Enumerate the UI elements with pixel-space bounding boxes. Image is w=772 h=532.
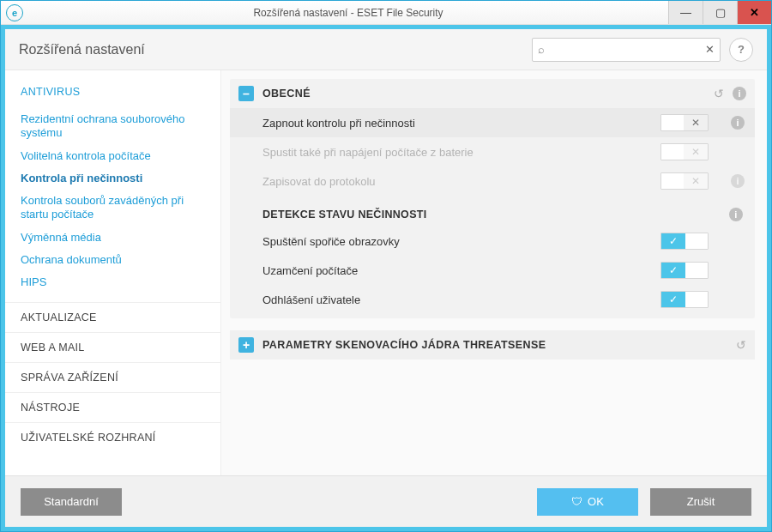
ok-button[interactable]: 🛡 OK [537, 488, 638, 516]
sidebar-section-update[interactable]: AKTUALIZACE [5, 302, 220, 332]
info-icon[interactable]: i [733, 87, 746, 100]
panel-threatsense: + PARAMETRY SKENOVACÍHO JÁDRA THREATSENS… [230, 330, 755, 360]
undo-icon[interactable]: ↺ [736, 338, 746, 352]
window-buttons: — ▢ ✕ [668, 1, 771, 24]
sidebar-item-documents[interactable]: Ochrana dokumentů [5, 249, 220, 271]
sidebar-item-startup[interactable]: Kontrola souborů zaváděných při startu p… [5, 190, 220, 227]
titlebar: e Rozšířená nastavení - ESET File Securi… [1, 1, 771, 25]
toggle-logout[interactable]: ✓ [660, 291, 709, 308]
subheader-idle-detection: DETEKCE STAVU NEČINNOSTI i [230, 196, 755, 227]
default-button[interactable]: Standardní [21, 488, 122, 516]
clear-search-icon[interactable]: ✕ [705, 43, 715, 56]
sidebar-subitems: Rezidentní ochrana souborového systému V… [5, 106, 220, 302]
panel-general-title: OBECNÉ [262, 88, 705, 100]
cancel-button[interactable]: Zrušit [650, 488, 751, 516]
sidebar-section-webmail[interactable]: WEB A MAIL [5, 332, 220, 362]
row-log: Zapisovat do protokolu ✕ i [230, 166, 755, 196]
toggle-enable-idle-scan[interactable]: ✕ [660, 114, 709, 131]
maximize-button[interactable]: ▢ [703, 1, 737, 24]
undo-icon[interactable]: ↺ [714, 87, 724, 100]
search-input[interactable] [550, 43, 700, 57]
close-button[interactable]: ✕ [737, 1, 771, 24]
toggle-screensaver[interactable]: ✓ [660, 233, 709, 250]
info-icon[interactable]: i [731, 116, 745, 130]
panel-threatsense-actions: ↺ [736, 338, 746, 352]
row-screensaver: Spuštění spořiče obrazovky ✓ [230, 227, 755, 256]
row-label: Odhlášení uživatele [262, 293, 652, 306]
panel-threatsense-title: PARAMETRY SKENOVACÍHO JÁDRA THREATSENSE [262, 339, 727, 351]
sidebar-section-device[interactable]: SPRÁVA ZAŘÍZENÍ [5, 362, 220, 392]
app-logo-icon: e [6, 4, 23, 21]
row-run-on-battery: Spustit také při napájení počítače z bat… [230, 137, 755, 166]
row-label: Uzamčení počítače [262, 264, 652, 277]
toggle-log: ✕ [660, 172, 709, 190]
row-label: Spuštění spořiče obrazovky [262, 235, 652, 248]
footer: Standardní 🛡 OK Zrušit [5, 475, 767, 527]
search-icon: ⌕ [538, 43, 545, 56]
panel-general: – OBECNÉ ↺ i Zapnout kontrolu při nečinn… [230, 79, 755, 318]
toggle-run-on-battery: ✕ [660, 143, 709, 160]
minimize-button[interactable]: — [668, 1, 703, 24]
page-heading: Rozšířená nastavení [19, 42, 523, 57]
row-logout: Odhlášení uživatele ✓ [230, 285, 755, 318]
window-title: Rozšířená nastavení - ESET File Security [28, 7, 668, 19]
collapse-icon: – [238, 86, 254, 101]
sidebar-section-tools[interactable]: NÁSTROJE [5, 392, 220, 422]
expand-icon: + [238, 337, 254, 353]
sidebar-item-idle-scan[interactable]: Kontrola při nečinnosti [5, 167, 220, 190]
sidebar: ANTIVIRUS Rezidentní ochrana souborového… [5, 70, 221, 475]
panel-threatsense-header[interactable]: + PARAMETRY SKENOVACÍHO JÁDRA THREATSENS… [230, 330, 755, 360]
info-icon[interactable]: i [729, 208, 743, 221]
row-label: Zapisovat do protokolu [262, 175, 652, 188]
sidebar-item-hips[interactable]: HIPS [5, 271, 220, 293]
sidebar-section-antivirus[interactable]: ANTIVIRUS [5, 81, 220, 106]
content-frame: Rozšířená nastavení ⌕ ✕ ? ANTIVIRUS Rezi… [1, 25, 771, 531]
row-label: Zapnout kontrolu při nečinnosti [262, 117, 652, 130]
search-box[interactable]: ⌕ ✕ [532, 38, 721, 62]
sidebar-item-ondemand[interactable]: Volitelná kontrola počítače [5, 145, 220, 167]
info-icon[interactable]: i [731, 174, 745, 188]
ok-label: OK [588, 495, 604, 508]
row-enable-idle-scan: Zapnout kontrolu při nečinnosti ✕ i [230, 108, 755, 137]
topbar: Rozšířená nastavení ⌕ ✕ ? [5, 29, 767, 70]
toggle-lock[interactable]: ✓ [660, 262, 709, 279]
subheader-label: DETEKCE STAVU NEČINNOSTI [262, 209, 426, 221]
help-button[interactable]: ? [729, 38, 753, 62]
app-window: e Rozšířená nastavení - ESET File Securi… [0, 0, 772, 532]
panel-general-actions: ↺ i [714, 87, 746, 100]
shield-icon: 🛡 [571, 495, 582, 508]
panel-general-header[interactable]: – OBECNÉ ↺ i [230, 79, 755, 108]
body: ANTIVIRUS Rezidentní ochrana souborového… [5, 70, 767, 475]
sidebar-section-ui[interactable]: UŽIVATELSKÉ ROZHRANÍ [5, 422, 220, 452]
row-lock: Uzamčení počítače ✓ [230, 256, 755, 285]
sidebar-item-removable[interactable]: Výměnná média [5, 227, 220, 249]
content-area: – OBECNÉ ↺ i Zapnout kontrolu při nečinn… [221, 70, 767, 475]
row-label: Spustit také při napájení počítače z bat… [262, 146, 652, 159]
sidebar-item-realtime[interactable]: Rezidentní ochrana souborového systému [5, 108, 220, 145]
